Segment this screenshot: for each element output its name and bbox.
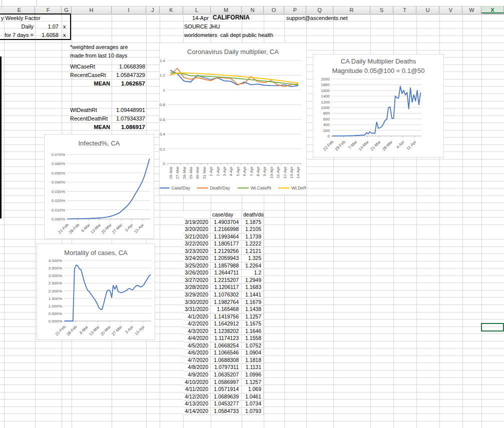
death-rate-cell[interactable]: 1.1675 xyxy=(242,320,264,328)
date-cell[interactable]: 3/21/2020 xyxy=(183,234,211,241)
active-cell[interactable] xyxy=(481,323,504,332)
table-header-empty[interactable] xyxy=(183,212,211,219)
column-header-I[interactable]: I xyxy=(112,6,146,14)
table-header-death[interactable]: death/day xyxy=(242,212,264,219)
death-rate-cell[interactable]: 1.1683 xyxy=(242,284,264,292)
date-cell[interactable]: 4/7/2020 xyxy=(183,357,211,364)
date-cell[interactable]: 4/10/2020 xyxy=(183,379,211,386)
factor-week-unit[interactable]: x xyxy=(63,32,66,38)
case-rate-cell[interactable]: 1.2166998 xyxy=(211,226,242,234)
case-rate-cell[interactable]: 1.165468 xyxy=(211,306,242,314)
case-rate-cell[interactable]: 1.1238202 xyxy=(211,328,242,336)
case-rate-cell[interactable]: 1.1857988 xyxy=(211,262,242,270)
date-cell[interactable]: 4/4/2020 xyxy=(183,335,211,342)
date-cell[interactable]: 3/20/2020 xyxy=(183,226,211,234)
case-rate-cell[interactable]: 1.1174123 xyxy=(211,335,242,342)
region-cell[interactable]: CALIFORNIA xyxy=(213,14,250,21)
recentcasert-value[interactable]: 1.05847329 xyxy=(90,72,145,78)
factor-daily-value[interactable]: 1.07 xyxy=(30,23,59,30)
column-header-L[interactable]: L xyxy=(183,6,211,14)
stats-note-2[interactable]: made from last 10 days xyxy=(70,52,127,59)
column-header-J[interactable]: J xyxy=(146,6,160,14)
death-rate-cell[interactable]: 1.325 xyxy=(242,255,264,262)
source-cell[interactable]: SOURCE JHU xyxy=(184,23,220,30)
date-cell[interactable]: 4/2/2020 xyxy=(183,320,211,328)
column-header-P[interactable]: P xyxy=(284,6,306,14)
case-rate-cell[interactable]: 1.0584733 xyxy=(211,408,242,416)
date-cell[interactable]: 3/19/2020 xyxy=(183,219,211,226)
death-rate-cell[interactable]: 1.2 xyxy=(242,270,264,277)
case-rate-cell[interactable]: 1.1206117 xyxy=(211,284,242,292)
death-rate-cell[interactable]: 1.0752 xyxy=(242,342,264,350)
death-mean-value[interactable]: 1.086917 xyxy=(90,124,145,130)
date-cell[interactable]: 3/25/2020 xyxy=(183,262,211,270)
death-rate-cell[interactable]: 1.1875 xyxy=(242,219,264,226)
date-cell[interactable]: 4/5/2020 xyxy=(183,342,211,350)
date-cell[interactable]: 4/9/2020 xyxy=(183,372,211,379)
death-rate-cell[interactable]: 1.1679 xyxy=(242,299,264,306)
case-rate-cell[interactable]: 1.0586997 xyxy=(211,379,242,386)
death-rate-cell[interactable]: 1.1739 xyxy=(242,234,264,241)
case-rate-cell[interactable]: 1.0453277 xyxy=(211,400,242,408)
death-rate-cell[interactable]: 1.0996 xyxy=(242,372,264,379)
death-rate-cell[interactable]: 1.1257 xyxy=(242,314,264,321)
case-mean-value[interactable]: 1.062657 xyxy=(90,80,145,87)
date-cell[interactable]: 4/8/2020 xyxy=(183,364,211,372)
death-rate-cell[interactable]: 1.0461 xyxy=(242,394,264,401)
case-rate-cell[interactable]: 1.0571914 xyxy=(211,386,242,394)
column-header-G[interactable]: G xyxy=(62,6,72,14)
death-rate-cell[interactable]: 1.069 xyxy=(242,386,264,394)
email-cell[interactable]: support@ascendents.net xyxy=(286,14,347,22)
table-header-case[interactable]: case/day xyxy=(211,212,242,219)
date-cell[interactable]: 3/22/2020 xyxy=(183,240,211,248)
death-rate-cell[interactable]: 1.2105 xyxy=(242,226,264,234)
date-cell[interactable]: 4/1/2020 xyxy=(183,314,211,321)
case-rate-cell[interactable]: 1.0689639 xyxy=(211,394,242,401)
death-rate-cell[interactable]: 1.0904 xyxy=(242,350,264,357)
death-rate-cell[interactable]: 1.1646 xyxy=(242,328,264,336)
death-rate-cell[interactable]: 1.0793 xyxy=(242,408,264,416)
death-rate-cell[interactable]: 1.1441 xyxy=(242,292,264,299)
formula-bar-edge[interactable] xyxy=(0,0,504,6)
case-rate-cell[interactable]: 1.0668254 xyxy=(211,342,242,350)
column-header-M[interactable]: M xyxy=(211,6,242,14)
date-cell[interactable]: 4/6/2020 xyxy=(183,350,211,357)
recentdeathrt-value[interactable]: 1.07934337 xyxy=(90,115,145,122)
case-rate-cell[interactable]: 1.1982764 xyxy=(211,299,242,306)
column-header-F[interactable]: F xyxy=(35,6,62,14)
wtcasert-value[interactable]: 1.0668398 xyxy=(90,63,145,70)
death-rate-cell[interactable]: 1.0734 xyxy=(242,400,264,408)
death-rate-cell[interactable]: 1.1818 xyxy=(242,357,264,364)
date-cell[interactable]: 3/29/2020 xyxy=(183,292,211,299)
factor-daily-label[interactable]: Daily xyxy=(0,23,34,30)
chart-daily-multiplier[interactable]: Coronavirus Daily multiplier, CA00.20.40… xyxy=(159,42,307,195)
case-rate-cell[interactable]: 1.4903704 xyxy=(211,219,242,226)
date-cell[interactable]: 4/12/2020 xyxy=(183,394,211,401)
column-header-T[interactable]: T xyxy=(393,6,416,14)
death-rate-cell[interactable]: 1.2222 xyxy=(242,240,264,248)
death-rate-cell[interactable]: 1.2949 xyxy=(242,277,264,284)
case-rate-cell[interactable]: 1.1805177 xyxy=(211,240,242,248)
source-b-cell[interactable]: cali dept public health xyxy=(220,32,273,38)
case-rate-cell[interactable]: 1.2059943 xyxy=(211,255,242,262)
case-rate-cell[interactable]: 1.0688308 xyxy=(211,357,242,364)
column-header-Q[interactable]: Q xyxy=(306,6,333,14)
column-header-N[interactable]: N xyxy=(242,6,264,14)
factor-week-label[interactable]: for 7 days = xyxy=(0,32,34,38)
death-rate-cell[interactable]: 1.1257 xyxy=(242,379,264,386)
date-cell[interactable]: 14-Apr xyxy=(170,14,209,22)
factor-week-value[interactable]: 1.6058 xyxy=(30,32,59,38)
date-cell[interactable]: 3/27/2020 xyxy=(183,277,211,284)
column-header-H[interactable]: H xyxy=(72,6,112,14)
death-rate-cell[interactable]: 1.1558 xyxy=(242,335,264,342)
date-cell[interactable]: 3/24/2020 xyxy=(183,255,211,262)
death-rate-cell[interactable]: 1.1131 xyxy=(242,364,264,372)
factor-daily-unit[interactable]: x xyxy=(63,23,66,30)
chart-mortality[interactable]: Mortality of cases, CA0.000%0.500%1.000%… xyxy=(37,244,155,340)
wtdeathrt-value[interactable]: 1.09448991 xyxy=(90,106,145,114)
death-rate-cell[interactable]: 1.2264 xyxy=(242,262,264,270)
date-cell[interactable]: 3/30/2020 xyxy=(183,299,211,306)
column-header-E[interactable]: E xyxy=(4,6,35,14)
case-rate-cell[interactable]: 1.2215207 xyxy=(211,277,242,284)
case-rate-cell[interactable]: 1.1066546 xyxy=(211,350,242,357)
